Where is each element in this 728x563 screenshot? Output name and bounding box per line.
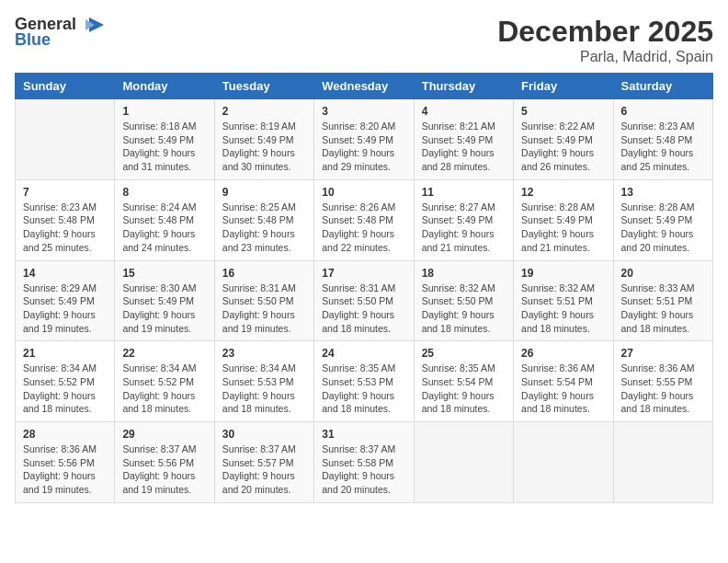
day-info: Sunrise: 8:27 AM Sunset: 5:49 PM Dayligh…	[422, 201, 506, 255]
day-info: Sunrise: 8:25 AM Sunset: 5:48 PM Dayligh…	[222, 201, 306, 255]
day-info: Sunrise: 8:18 AM Sunset: 5:49 PM Dayligh…	[122, 120, 206, 174]
calendar-cell: 9Sunrise: 8:25 AM Sunset: 5:48 PM Daylig…	[214, 179, 313, 260]
day-info: Sunrise: 8:34 AM Sunset: 5:53 PM Dayligh…	[222, 362, 306, 416]
day-info: Sunrise: 8:22 AM Sunset: 5:49 PM Dayligh…	[521, 120, 605, 174]
day-info: Sunrise: 8:31 AM Sunset: 5:50 PM Dayligh…	[222, 282, 306, 336]
calendar-cell: 12Sunrise: 8:28 AM Sunset: 5:49 PM Dayli…	[514, 179, 613, 260]
day-number: 14	[23, 267, 107, 280]
calendar-cell: 6Sunrise: 8:23 AM Sunset: 5:48 PM Daylig…	[613, 99, 712, 180]
calendar-cell: 10Sunrise: 8:26 AM Sunset: 5:48 PM Dayli…	[314, 179, 414, 260]
day-info: Sunrise: 8:32 AM Sunset: 5:50 PM Dayligh…	[422, 282, 506, 336]
logo-icon	[80, 16, 106, 34]
page-header: General Blue December 2025 Parla, Madrid…	[15, 15, 713, 65]
calendar-table: SundayMondayTuesdayWednesdayThursdayFrid…	[15, 73, 713, 503]
calendar-week-row: 14Sunrise: 8:29 AM Sunset: 5:49 PM Dayli…	[16, 260, 713, 341]
day-info: Sunrise: 8:23 AM Sunset: 5:48 PM Dayligh…	[621, 120, 705, 174]
calendar-header-row: SundayMondayTuesdayWednesdayThursdayFrid…	[16, 74, 713, 99]
calendar-cell	[613, 422, 712, 503]
calendar-cell: 18Sunrise: 8:32 AM Sunset: 5:50 PM Dayli…	[414, 260, 513, 341]
day-info: Sunrise: 8:36 AM Sunset: 5:54 PM Dayligh…	[521, 362, 605, 416]
day-info: Sunrise: 8:28 AM Sunset: 5:49 PM Dayligh…	[621, 201, 705, 255]
day-info: Sunrise: 8:36 AM Sunset: 5:56 PM Dayligh…	[23, 442, 107, 497]
day-number: 20	[621, 267, 705, 280]
calendar-cell: 3Sunrise: 8:20 AM Sunset: 5:49 PM Daylig…	[314, 99, 414, 180]
day-info: Sunrise: 8:37 AM Sunset: 5:57 PM Dayligh…	[222, 442, 306, 497]
day-info: Sunrise: 8:21 AM Sunset: 5:49 PM Dayligh…	[422, 120, 506, 174]
logo-blue-text: Blue	[15, 30, 51, 50]
day-info: Sunrise: 8:37 AM Sunset: 5:58 PM Dayligh…	[322, 442, 405, 497]
day-info: Sunrise: 8:37 AM Sunset: 5:56 PM Dayligh…	[122, 442, 206, 497]
day-info: Sunrise: 8:30 AM Sunset: 5:49 PM Dayligh…	[122, 282, 206, 336]
calendar-cell: 7Sunrise: 8:23 AM Sunset: 5:48 PM Daylig…	[16, 179, 115, 260]
calendar-week-row: 21Sunrise: 8:34 AM Sunset: 5:52 PM Dayli…	[16, 341, 713, 422]
day-info: Sunrise: 8:31 AM Sunset: 5:50 PM Dayligh…	[322, 282, 405, 336]
day-number: 26	[521, 347, 605, 360]
day-number: 31	[322, 428, 405, 441]
day-info: Sunrise: 8:35 AM Sunset: 5:54 PM Dayligh…	[422, 362, 506, 416]
calendar-cell: 25Sunrise: 8:35 AM Sunset: 5:54 PM Dayli…	[414, 341, 513, 422]
calendar-cell: 22Sunrise: 8:34 AM Sunset: 5:52 PM Dayli…	[115, 341, 214, 422]
day-number: 6	[621, 105, 705, 118]
calendar-cell: 30Sunrise: 8:37 AM Sunset: 5:57 PM Dayli…	[214, 422, 313, 503]
column-header-wednesday: Wednesday	[314, 74, 414, 99]
logo: General Blue	[15, 15, 106, 50]
day-number: 4	[422, 105, 506, 118]
column-header-monday: Monday	[115, 74, 214, 99]
day-number: 29	[122, 428, 206, 441]
column-header-thursday: Thursday	[414, 74, 513, 99]
month-title: December 2025	[497, 15, 713, 49]
day-number: 21	[23, 347, 107, 360]
day-info: Sunrise: 8:33 AM Sunset: 5:51 PM Dayligh…	[621, 282, 705, 336]
calendar-cell: 5Sunrise: 8:22 AM Sunset: 5:49 PM Daylig…	[514, 99, 613, 180]
day-info: Sunrise: 8:35 AM Sunset: 5:53 PM Dayligh…	[322, 362, 405, 416]
calendar-cell: 29Sunrise: 8:37 AM Sunset: 5:56 PM Dayli…	[115, 422, 214, 503]
day-number: 22	[122, 347, 206, 360]
day-info: Sunrise: 8:26 AM Sunset: 5:48 PM Dayligh…	[322, 201, 405, 255]
column-header-friday: Friday	[514, 74, 613, 99]
calendar-cell: 8Sunrise: 8:24 AM Sunset: 5:48 PM Daylig…	[115, 179, 214, 260]
day-number: 8	[122, 186, 206, 199]
location-title: Parla, Madrid, Spain	[497, 49, 713, 65]
calendar-cell: 17Sunrise: 8:31 AM Sunset: 5:50 PM Dayli…	[314, 260, 414, 341]
day-number: 23	[222, 347, 306, 360]
day-info: Sunrise: 8:19 AM Sunset: 5:49 PM Dayligh…	[222, 120, 306, 174]
day-number: 18	[422, 267, 506, 280]
calendar-cell: 21Sunrise: 8:34 AM Sunset: 5:52 PM Dayli…	[16, 341, 115, 422]
day-number: 15	[122, 267, 206, 280]
calendar-cell: 27Sunrise: 8:36 AM Sunset: 5:55 PM Dayli…	[613, 341, 712, 422]
day-info: Sunrise: 8:23 AM Sunset: 5:48 PM Dayligh…	[23, 201, 107, 255]
column-header-tuesday: Tuesday	[214, 74, 313, 99]
calendar-cell: 15Sunrise: 8:30 AM Sunset: 5:49 PM Dayli…	[115, 260, 214, 341]
calendar-cell: 2Sunrise: 8:19 AM Sunset: 5:49 PM Daylig…	[214, 99, 313, 180]
calendar-cell: 13Sunrise: 8:28 AM Sunset: 5:49 PM Dayli…	[613, 179, 712, 260]
day-number: 24	[322, 347, 405, 360]
calendar-cell: 14Sunrise: 8:29 AM Sunset: 5:49 PM Dayli…	[16, 260, 115, 341]
day-number: 9	[222, 186, 306, 199]
calendar-cell: 1Sunrise: 8:18 AM Sunset: 5:49 PM Daylig…	[115, 99, 214, 180]
calendar-cell: 26Sunrise: 8:36 AM Sunset: 5:54 PM Dayli…	[514, 341, 613, 422]
calendar-week-row: 7Sunrise: 8:23 AM Sunset: 5:48 PM Daylig…	[16, 179, 713, 260]
day-info: Sunrise: 8:20 AM Sunset: 5:49 PM Dayligh…	[322, 120, 405, 174]
calendar-cell: 24Sunrise: 8:35 AM Sunset: 5:53 PM Dayli…	[314, 341, 414, 422]
calendar-cell: 20Sunrise: 8:33 AM Sunset: 5:51 PM Dayli…	[613, 260, 712, 341]
calendar-cell: 16Sunrise: 8:31 AM Sunset: 5:50 PM Dayli…	[214, 260, 313, 341]
calendar-cell: 19Sunrise: 8:32 AM Sunset: 5:51 PM Dayli…	[514, 260, 613, 341]
day-info: Sunrise: 8:34 AM Sunset: 5:52 PM Dayligh…	[23, 362, 107, 416]
day-number: 12	[521, 186, 605, 199]
day-number: 25	[422, 347, 506, 360]
calendar-cell: 4Sunrise: 8:21 AM Sunset: 5:49 PM Daylig…	[414, 99, 513, 180]
calendar-cell: 11Sunrise: 8:27 AM Sunset: 5:49 PM Dayli…	[414, 179, 513, 260]
day-number: 3	[322, 105, 405, 118]
day-number: 2	[222, 105, 306, 118]
day-number: 10	[322, 186, 405, 199]
calendar-cell	[414, 422, 513, 503]
day-number: 16	[222, 267, 306, 280]
day-info: Sunrise: 8:36 AM Sunset: 5:55 PM Dayligh…	[621, 362, 705, 416]
day-info: Sunrise: 8:34 AM Sunset: 5:52 PM Dayligh…	[122, 362, 206, 416]
calendar-week-row: 1Sunrise: 8:18 AM Sunset: 5:49 PM Daylig…	[16, 99, 713, 180]
day-number: 1	[122, 105, 206, 118]
day-number: 27	[621, 347, 705, 360]
day-number: 11	[422, 186, 506, 199]
day-number: 17	[322, 267, 405, 280]
day-info: Sunrise: 8:24 AM Sunset: 5:48 PM Dayligh…	[122, 201, 206, 255]
